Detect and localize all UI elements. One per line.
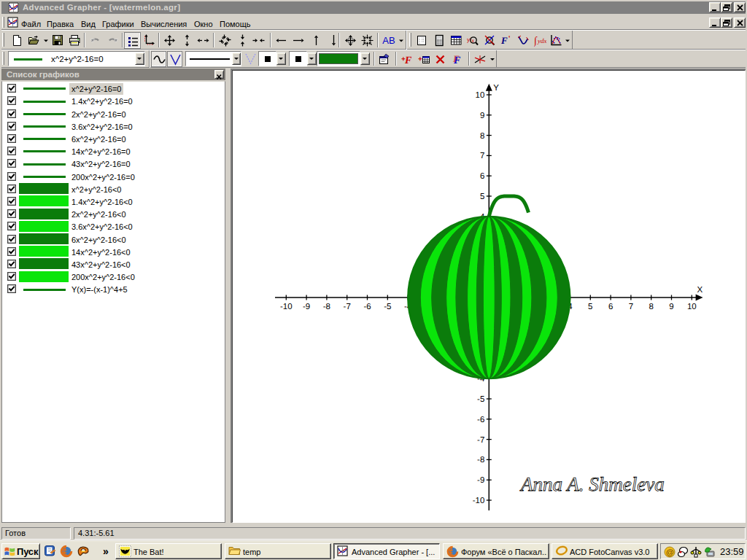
svg-text:F: F [404, 55, 412, 66]
svg-text:10: 10 [476, 91, 485, 100]
svg-text:6: 6 [608, 303, 613, 311]
svg-text:F: F [452, 53, 460, 64]
svg-text:6: 6 [480, 172, 484, 181]
svg-text:9: 9 [669, 303, 673, 311]
svg-text:5: 5 [480, 192, 484, 201]
svg-text:+: + [418, 55, 422, 63]
svg-text:-7: -7 [477, 436, 484, 445]
svg-text:-6: -6 [363, 303, 371, 311]
svg-text:ydx: ydx [537, 37, 546, 44]
svg-text:8: 8 [649, 303, 653, 311]
svg-text:-6: -6 [477, 416, 484, 424]
svg-text:X: X [697, 286, 703, 295]
svg-text:': ' [508, 35, 510, 43]
svg-text:F: F [500, 35, 508, 46]
svg-text:9: 9 [480, 112, 484, 120]
svg-text:5: 5 [588, 303, 592, 311]
svg-text:-10: -10 [473, 497, 485, 505]
svg-text:7: 7 [629, 303, 633, 311]
svg-text:-8: -8 [323, 303, 330, 311]
svg-text:-8: -8 [477, 456, 484, 464]
svg-text:x: x [472, 39, 475, 44]
svg-text:-5: -5 [477, 395, 484, 404]
svg-text:8: 8 [480, 132, 484, 141]
svg-text:7: 7 [480, 152, 484, 160]
svg-text:@: @ [666, 548, 674, 557]
svg-text:10: 10 [687, 303, 697, 311]
svg-text:-5: -5 [384, 303, 391, 311]
svg-text:-9: -9 [477, 476, 484, 485]
svg-text:Anna A. Shmeleva: Anna A. Shmeleva [519, 473, 665, 495]
svg-text:-7: -7 [344, 303, 351, 311]
svg-text:Y: Y [493, 84, 499, 93]
svg-text:-10: -10 [280, 303, 293, 311]
svg-text:-9: -9 [303, 303, 310, 311]
